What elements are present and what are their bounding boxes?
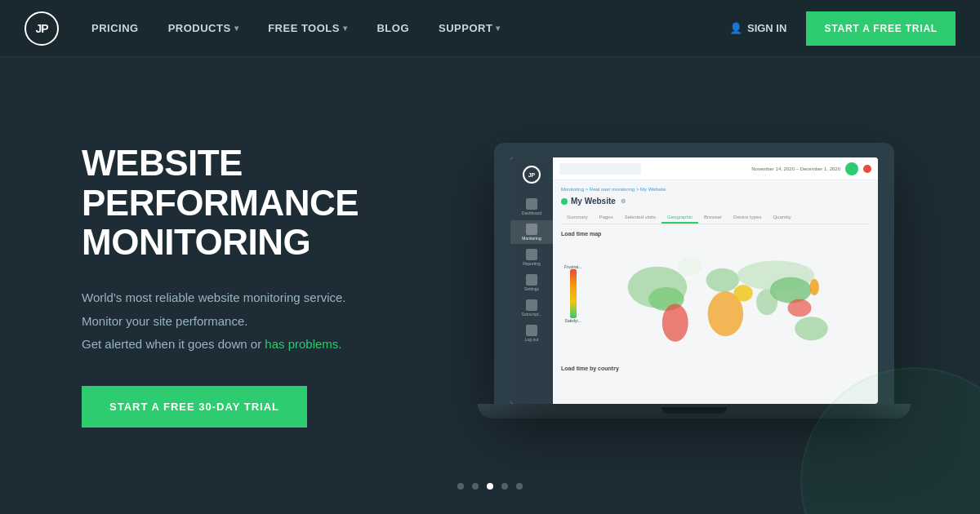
dashboard-icon xyxy=(526,198,537,210)
slide-dot-3[interactable] xyxy=(487,483,493,490)
svg-point-9 xyxy=(788,299,812,317)
screen-topbar: November 14, 2020 – December 1, 2020 xyxy=(553,157,878,180)
topbar-avatar xyxy=(845,162,858,175)
svg-point-3 xyxy=(706,268,739,292)
screen-content: Monitoring > Real user monitoring > My W… xyxy=(553,180,878,404)
monitoring-icon xyxy=(526,224,537,235)
sidebar-item-monitoring[interactable]: Monitoring xyxy=(510,220,553,244)
legend-bottom-label: Satisfyi... xyxy=(565,318,581,323)
slide-dot-2[interactable] xyxy=(472,483,479,490)
laptop-body: JP Dashboard Monitoring xyxy=(494,143,894,404)
topbar-date: November 14, 2020 – December 1, 2020 xyxy=(751,166,840,171)
world-map: Frustrat... Satisfyi... xyxy=(561,240,870,362)
chevron-down-icon: ▾ xyxy=(234,24,239,33)
tab-quantity[interactable]: Quantity xyxy=(767,212,796,224)
chevron-down-icon: ▾ xyxy=(496,24,501,33)
nav-links: PRICING PRODUCTS ▾ FREE TOOLS ▾ BLOG SUP… xyxy=(91,22,729,34)
nav-right: 👤 SIGN IN START A FREE TRIAL xyxy=(729,11,956,46)
nav-support[interactable]: SUPPORT ▾ xyxy=(439,22,501,34)
logout-icon xyxy=(526,325,537,336)
nav-blog[interactable]: BLOG xyxy=(376,22,409,34)
tab-pages[interactable]: Pages xyxy=(594,212,619,224)
hero-title: WEBSITE PERFORMANCE MONITORING xyxy=(82,144,474,262)
laptop-notch xyxy=(662,407,727,414)
svg-point-5 xyxy=(734,285,753,301)
map-legend: Frustrat... Satisfyi... xyxy=(564,264,581,323)
screen-main: November 14, 2020 – December 1, 2020 Mon… xyxy=(553,157,878,404)
svg-point-11 xyxy=(795,317,828,340)
logo[interactable]: JP xyxy=(24,11,59,46)
reporting-icon xyxy=(526,249,537,260)
sidebar-item-reporting[interactable]: Reporting xyxy=(510,246,553,269)
legend-gradient xyxy=(570,269,577,318)
nav-free-tools[interactable]: FREE TOOLS ▾ xyxy=(268,22,347,34)
navbar: JP PRICING PRODUCTS ▾ FREE TOOLS ▾ BLOG … xyxy=(0,0,980,57)
tab-selected-visits[interactable]: Selected visits xyxy=(619,212,662,224)
svg-point-2 xyxy=(662,304,688,341)
slide-dot-1[interactable] xyxy=(457,483,464,490)
sidebar-item-settings[interactable]: Settings xyxy=(510,271,553,295)
sidebar-item-logout[interactable]: Log out xyxy=(510,321,553,345)
hero-cta-button[interactable]: START A FREE 30-DAY TRIAL xyxy=(82,386,307,428)
hero-left: WEBSITE PERFORMANCE MONITORING World's m… xyxy=(82,144,474,428)
tab-device-types[interactable]: Device types xyxy=(728,212,767,224)
status-dot-icon xyxy=(561,198,568,205)
start-trial-button[interactable]: START A FREE TRIAL xyxy=(806,11,956,46)
screen-sidebar-logo: JP xyxy=(523,166,541,184)
svg-point-8 xyxy=(770,277,812,304)
user-icon: 👤 xyxy=(729,22,742,34)
subscription-icon xyxy=(526,299,537,311)
screen-sidebar: JP Dashboard Monitoring xyxy=(510,157,553,404)
hero-description: World's most reliable website monitoring… xyxy=(82,286,474,357)
nav-products[interactable]: PRODUCTS ▾ xyxy=(168,22,238,34)
map-title: Load time map xyxy=(561,231,870,237)
nav-pricing[interactable]: PRICING xyxy=(91,22,139,34)
settings-icon xyxy=(526,274,537,286)
bottom-section: Load time by country xyxy=(561,366,870,371)
sidebar-icon-group: Dashboard Monitoring Reporting xyxy=(510,195,553,345)
slide-dot-4[interactable] xyxy=(501,483,508,490)
chevron-down-icon: ▾ xyxy=(343,24,348,33)
hero-section: WEBSITE PERFORMANCE MONITORING World's m… xyxy=(0,57,980,514)
svg-point-10 xyxy=(809,279,819,295)
world-map-svg xyxy=(574,240,878,358)
tab-summary[interactable]: Summary xyxy=(561,212,594,224)
slide-dots xyxy=(457,483,523,490)
screen-breadcrumb: Monitoring > Real user monitoring > My W… xyxy=(561,187,870,192)
screen-page-title: My Website ⚙ xyxy=(561,197,870,206)
topbar-search-bar[interactable] xyxy=(559,163,641,175)
tab-browser[interactable]: Browser xyxy=(698,212,728,224)
topbar-alert-dot xyxy=(863,165,871,173)
tab-geographic[interactable]: Geographic xyxy=(662,212,698,224)
sidebar-item-dashboard[interactable]: Dashboard xyxy=(510,195,553,219)
load-time-country-title: Load time by country xyxy=(561,366,870,371)
laptop-screen: JP Dashboard Monitoring xyxy=(510,157,878,404)
slide-dot-5[interactable] xyxy=(516,483,523,490)
sidebar-item-subscription[interactable]: Subscript... xyxy=(510,296,553,320)
svg-point-12 xyxy=(678,258,702,276)
sign-in-button[interactable]: 👤 SIGN IN xyxy=(729,22,786,34)
screen-tabs: Summary Pages Selected visits Geographic… xyxy=(561,212,870,224)
